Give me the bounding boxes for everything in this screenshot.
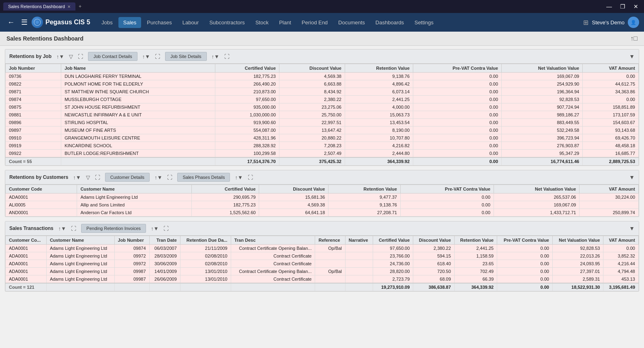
col-cust-discount: Discount Value — [259, 185, 328, 193]
col-tran-certified: Certified Value — [373, 236, 413, 245]
phases-share-button[interactable]: ↑▼ — [233, 174, 244, 181]
job-site-details-tab[interactable]: Job Site Details — [165, 52, 206, 61]
table-row[interactable]: 09910GRANGEMOUTH LEISURE CENTRE428,311.9… — [6, 134, 639, 142]
table-cell: 169,067.09 — [502, 73, 583, 80]
back-button[interactable]: ← — [5, 17, 17, 28]
nav-purchases[interactable]: Purchases — [142, 17, 176, 28]
nav-plant[interactable]: Plant — [274, 17, 296, 28]
retentions-by-job-title: Retentions by Job — [9, 54, 52, 59]
minimize-button[interactable]: — — [604, 3, 614, 10]
table-cell: 428,311.96 — [215, 134, 279, 142]
retentions-by-customers-body: Customer Code Customer Name Certified Va… — [5, 185, 639, 217]
table-row[interactable]: ADA0001Adams Light Engineering Ltd099871… — [6, 268, 639, 275]
maximize-button[interactable]: ❐ — [618, 3, 628, 10]
retentions-by-job-panel: Retentions by Job ↑▼ ▽ ⛶ Job Contact Det… — [5, 49, 639, 166]
nav-labour[interactable]: Labour — [178, 17, 204, 28]
avatar[interactable]: 👤 — [628, 17, 639, 28]
new-tab-button[interactable]: + — [75, 4, 85, 9]
phases-expand-button[interactable]: ⛶ — [246, 174, 255, 181]
job-share-button[interactable]: ↑▼ — [55, 53, 66, 60]
retentions-by-job-header: Retentions by Job ↑▼ ▽ ⛶ Job Contact Det… — [5, 49, 639, 64]
nav-subcontractors[interactable]: Subcontractors — [204, 17, 249, 28]
col-certified-value: Certified Value — [215, 64, 279, 73]
customers-filter-button[interactable]: ▽ — [84, 174, 92, 181]
nav-dashboards[interactable]: Dashboards — [371, 17, 409, 28]
retentions-by-job-table: Job Number Job Name Certified Value Disc… — [5, 64, 639, 165]
table-cell: Op/Bal — [315, 245, 345, 252]
table-row[interactable]: ADA0001Adams Light Engineering Ltd290,69… — [6, 193, 639, 201]
table-row[interactable]: 09874MUSSLEBURGH COTTAGE97,650.002,380.2… — [6, 96, 639, 103]
pending-retention-tab[interactable]: Pending Retention Invoices — [81, 224, 146, 233]
nav-period-end[interactable]: Period End — [297, 17, 333, 28]
site-share-button[interactable]: ↑▼ — [210, 53, 221, 60]
job-contact-details-tab[interactable]: Job Contact Details — [88, 52, 137, 61]
table-row[interactable]: 09822POLMONT HOME FOR THE ELDERLY266,490… — [6, 80, 639, 88]
pending-expand-button[interactable]: ⛶ — [162, 225, 170, 232]
table-row[interactable]: 09896STIRLING HOSPITAL919,900.6022,997.5… — [6, 119, 639, 127]
pending-share-button[interactable]: ↑▼ — [149, 225, 160, 232]
trans-share-button[interactable]: ↑▼ — [57, 225, 68, 232]
table-row[interactable]: ADA0001Adams Light Engineering Ltd099722… — [6, 252, 639, 260]
table-cell: 0.00 — [413, 111, 502, 119]
table-cell: 0.00 — [497, 245, 553, 252]
table-row[interactable]: ALI0005Allip and Sons Limited182,775.234… — [6, 201, 639, 209]
table-row[interactable]: 09919KINCARDINE SCHOOL288,328.927,208.23… — [6, 142, 639, 150]
table-cell: 09874 — [114, 245, 149, 252]
table-cell: 28,820.00 — [373, 268, 413, 275]
table-row[interactable]: ADA0001Adams Light Engineering Ltd098740… — [6, 245, 639, 252]
nav-documents[interactable]: Documents — [333, 17, 370, 28]
table-row[interactable]: 09871ST MATTHEW INTHE SQUARE CHURCH210,8… — [6, 88, 639, 96]
table-row[interactable]: ADA0001Adams Light Engineering Ltd099723… — [6, 260, 639, 268]
page-share-button[interactable]: ↑□ — [630, 35, 638, 42]
table-cell: 254,929.90 — [502, 80, 583, 88]
table-cell: 9,138.76 — [328, 201, 401, 209]
customers-expand-button[interactable]: ⛶ — [93, 174, 102, 181]
customers-share-button[interactable]: ↑▼ — [71, 174, 82, 181]
menu-button[interactable]: ☰ — [19, 16, 30, 28]
table-cell: 23.65 — [454, 260, 497, 268]
table-row[interactable]: 09922BUTLER LODGE:REFURBISHMENT100,299.5… — [6, 150, 639, 158]
customers-collapse-icon[interactable]: ▼ — [629, 174, 635, 180]
nav-stock[interactable]: Stock — [251, 17, 274, 28]
table-row[interactable]: 09897MUSEUM OF FINE ARTS554,087.0013,647… — [6, 127, 639, 134]
nav-sales[interactable]: Sales — [118, 17, 142, 28]
sales-phases-toolbar: ↑▼ ⛶ — [233, 174, 254, 181]
footer-cell — [61, 157, 215, 165]
tab-close-icon[interactable]: ✕ — [67, 4, 71, 9]
job-filter-button[interactable]: ▽ — [67, 53, 75, 60]
active-tab[interactable]: Sales Retentions Dashboard ✕ — [3, 2, 75, 11]
table-cell: MUSSLEBURGH COTTAGE — [61, 96, 215, 103]
table-cell: 69,426.70 — [583, 134, 639, 142]
table-row[interactable]: AND0001Anderson Car Factors Ltd1,525,562… — [6, 209, 639, 217]
contact-share-button[interactable]: ↑▼ — [141, 53, 152, 60]
contact-expand-button[interactable]: ⛶ — [153, 53, 162, 60]
col-retention-value: Retention Value — [345, 64, 413, 73]
nav-jobs[interactable]: Jobs — [97, 17, 117, 28]
table-cell — [315, 252, 345, 260]
job-expand-button[interactable]: ⛶ — [76, 53, 85, 60]
col-tran-date: Tran Date — [149, 236, 180, 245]
col-cust-code: Customer Code — [6, 185, 77, 193]
cust-det-expand-button[interactable]: ⛶ — [165, 174, 174, 181]
table-row[interactable]: 09875ST JOHN HOUSE REFURBISHMENT935,000.… — [6, 103, 639, 111]
col-tran-narrative: Narrative — [345, 236, 373, 245]
table-row[interactable]: 09736DUN LAOGHAIRE FERRY TERMINAL182,775… — [6, 73, 639, 80]
table-row[interactable]: 09881NEWCASTLE INFIRMARY A & E UNIT1,030… — [6, 111, 639, 119]
table-cell: 182,775.23 — [215, 73, 279, 80]
table-cell: 6,663.88 — [279, 80, 345, 88]
cust-det-share-button[interactable]: ↑▼ — [153, 174, 164, 181]
customer-details-tab[interactable]: Customer Details — [105, 173, 150, 182]
table-row[interactable]: ADA0001Adams Light Engineering Ltd099872… — [6, 275, 639, 284]
transactions-collapse-icon[interactable]: ▼ — [629, 225, 635, 232]
trans-expand-button[interactable]: ⛶ — [69, 225, 78, 232]
nav-settings[interactable]: Settings — [410, 17, 438, 28]
table-cell: 10,707.80 — [345, 134, 413, 142]
close-button[interactable]: ✕ — [631, 3, 641, 10]
table-cell: 2,444.80 — [345, 150, 413, 158]
sales-phases-tab[interactable]: Sales Phases Details — [177, 173, 230, 182]
table-cell: 0.00 — [497, 275, 553, 284]
table-cell: Adams Light Engineering Ltd — [46, 268, 114, 275]
table-cell: 13,453.54 — [345, 119, 413, 127]
job-collapse-icon[interactable]: ▼ — [629, 53, 635, 60]
site-expand-button[interactable]: ⛶ — [223, 53, 231, 60]
